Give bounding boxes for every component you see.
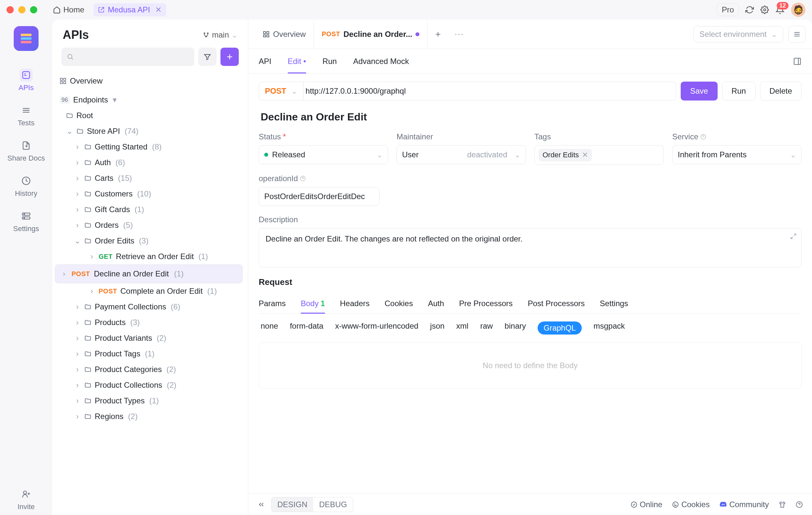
gear-icon[interactable] [760, 5, 769, 14]
notifications-button[interactable]: 12 [776, 5, 785, 14]
tshirt-icon[interactable] [779, 501, 786, 508]
bodytype-binary[interactable]: binary [505, 322, 526, 335]
expand-icon[interactable] [790, 233, 796, 240]
folder-label: Auth [95, 158, 111, 167]
bodytype-xml[interactable]: xml [456, 322, 468, 335]
service-select[interactable]: Inherit from Parents [672, 145, 802, 164]
tree-store-api[interactable]: ⌄ Store API (74) [55, 123, 243, 139]
tree-endpoint[interactable]: › POST Decline an Order Edit (1) [55, 264, 243, 283]
reqtab-headers[interactable]: Headers [340, 294, 370, 313]
window-close[interactable] [6, 6, 14, 13]
subtab-edit[interactable]: Edit • [288, 50, 306, 73]
reqtab-auth[interactable]: Auth [428, 294, 444, 313]
reqtab-pre-processors[interactable]: Pre Processors [459, 294, 513, 313]
branch-selector[interactable]: main [203, 30, 237, 39]
tree-folder[interactable]: › Products (3) [55, 314, 243, 330]
collapse-icon[interactable] [257, 501, 265, 509]
design-mode[interactable]: DESIGN [271, 497, 313, 512]
tree-order-edits[interactable]: ⌄ Order Edits (3) [55, 233, 243, 249]
online-status[interactable]: Online [631, 500, 662, 509]
bodytype-raw[interactable]: raw [480, 322, 493, 335]
bodytype-form-data[interactable]: form-data [290, 322, 323, 335]
tree-overview[interactable]: Overview [55, 73, 243, 89]
tree-endpoint[interactable]: › GET Retrieve an Order Edit (1) [55, 249, 243, 264]
more-tabs-button[interactable]: ⋯ [448, 20, 469, 49]
bodytype-x-www-form-urlencoded[interactable]: x-www-form-urlencoded [335, 322, 418, 335]
invite-icon [22, 489, 31, 499]
reqtab-params[interactable]: Params [259, 294, 286, 313]
description-value: Decline an Order Edit. The changes are n… [265, 234, 523, 243]
add-button[interactable]: + [221, 48, 239, 66]
bodytype-none[interactable]: none [261, 322, 278, 335]
reqtab-settings[interactable]: Settings [600, 294, 628, 313]
pro-badge[interactable]: Pro [717, 4, 739, 16]
rail-share[interactable]: Share Docs [0, 135, 52, 166]
panel-toggle[interactable] [788, 26, 806, 43]
tree-endpoint[interactable]: › POST Complete an Order Edit (1) [55, 283, 243, 299]
chevron-right-icon: › [74, 205, 81, 214]
rail-history[interactable]: History [0, 170, 52, 202]
tag-remove-icon[interactable]: ✕ [582, 151, 588, 159]
new-tab-button[interactable] [428, 20, 448, 49]
subtab-api[interactable]: API [259, 50, 271, 73]
method-select[interactable]: POST [259, 82, 303, 100]
delete-button[interactable]: Delete [760, 82, 802, 100]
help-icon[interactable] [300, 176, 306, 181]
tree-folder[interactable]: › Getting Started (8) [55, 139, 243, 155]
help-icon[interactable] [796, 501, 803, 508]
url-input[interactable]: http://127.0.0.1:9000/graphql [299, 82, 676, 100]
home-tab[interactable]: Home [48, 3, 89, 16]
tree-endpoints-header[interactable]: 96 Endpoints ▾ [55, 92, 243, 108]
tree-folder[interactable]: › Product Tags (1) [55, 346, 243, 362]
tree-folder[interactable]: › Carts (15) [55, 170, 243, 186]
run-button[interactable]: Run [722, 82, 755, 100]
tree-folder[interactable]: › Customers (10) [55, 186, 243, 202]
subtab-mock[interactable]: Advanced Mock [353, 50, 409, 73]
refresh-icon[interactable] [745, 5, 754, 14]
bodytype-msgpack[interactable]: msgpack [593, 322, 625, 335]
cookies-button[interactable]: Cookies [672, 500, 710, 509]
folder-icon [84, 190, 91, 198]
tree-folder[interactable]: › Orders (5) [55, 217, 243, 233]
filter-button[interactable] [198, 48, 216, 66]
tags-input[interactable]: Order Edits ✕ [534, 145, 664, 165]
tree-folder[interactable]: › Product Collections (2) [55, 377, 243, 393]
project-tab[interactable]: Medusa API ✕ [93, 3, 166, 16]
rail-invite[interactable]: Invite [0, 484, 52, 515]
status-select[interactable]: Released [259, 145, 388, 164]
doctab-active[interactable]: POST Decline an Order... [314, 20, 428, 49]
window-zoom[interactable] [30, 6, 37, 13]
close-icon[interactable]: ✕ [155, 5, 162, 14]
maintainer-select[interactable]: User deactivated [397, 145, 526, 164]
tree-folder[interactable]: › Product Types (1) [55, 393, 243, 408]
tree-folder[interactable]: › Regions (2) [55, 408, 243, 424]
bodytype-json[interactable]: json [430, 322, 444, 335]
environment-select[interactable]: Select environment [693, 26, 783, 42]
tree-folder[interactable]: › Auth (6) [55, 155, 243, 170]
bodytype-GraphQL[interactable]: GraphQL [538, 322, 582, 335]
opid-input[interactable]: PostOrderEditsOrderEditDec [259, 187, 380, 206]
layout-toggle[interactable] [793, 57, 802, 66]
rail-apis[interactable]: APIs [0, 65, 52, 96]
rail-settings[interactable]: Settings [0, 206, 52, 237]
save-button[interactable]: Save [681, 82, 718, 100]
subtab-run[interactable]: Run [322, 50, 337, 73]
avatar[interactable]: 🧔 [791, 3, 806, 17]
tree-folder[interactable]: › Product Categories (2) [55, 362, 243, 377]
search-input[interactable] [61, 48, 194, 66]
tree-root[interactable]: Root [55, 108, 243, 123]
reqtab-post-processors[interactable]: Post Processors [528, 294, 585, 313]
rail-invite-label: Invite [18, 503, 35, 511]
tree-folder[interactable]: › Gift Cards (1) [55, 202, 243, 217]
rail-tests[interactable]: Tests [0, 100, 52, 131]
reqtab-cookies[interactable]: Cookies [384, 294, 413, 313]
description-input[interactable]: Decline an Order Edit. The changes are n… [259, 228, 802, 267]
doctab-overview[interactable]: Overview [255, 20, 314, 49]
tree-folder[interactable]: › Product Variants (2) [55, 330, 243, 346]
tree-folder[interactable]: › Payment Collections (6) [55, 299, 243, 314]
reqtab-body[interactable]: Body1 [301, 294, 325, 313]
help-icon[interactable] [700, 134, 706, 140]
window-minimize[interactable] [18, 6, 26, 13]
community-button[interactable]: Community [720, 500, 769, 509]
debug-mode[interactable]: DEBUG [313, 497, 353, 512]
